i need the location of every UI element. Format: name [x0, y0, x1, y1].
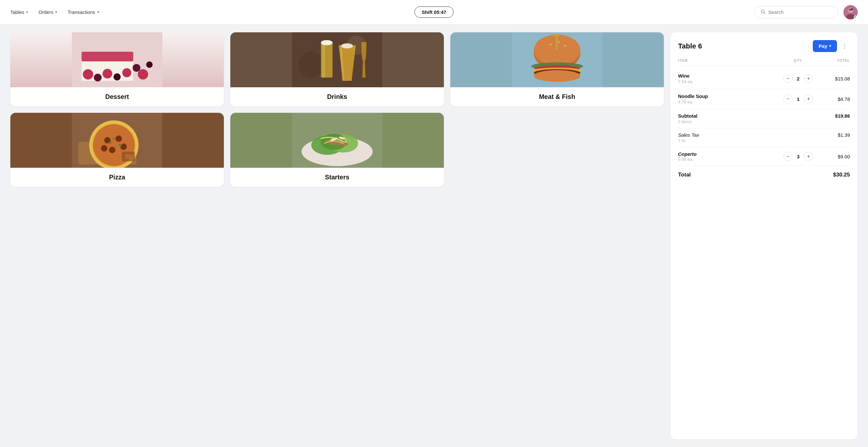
- svg-point-6: [851, 8, 853, 10]
- svg-point-46: [101, 145, 107, 152]
- svg-point-13: [114, 73, 121, 81]
- coperto-label: Coperto: [678, 151, 779, 157]
- col-item-header: ITEM: [678, 59, 779, 62]
- subtotal-amount: $19.86: [817, 113, 850, 119]
- svg-point-20: [299, 52, 324, 78]
- pay-button-label: Pay: [818, 43, 827, 49]
- nav-transactions[interactable]: Transactions ▾: [67, 9, 99, 15]
- noodle-item-info: Noodle Soup 4.78 ea.: [678, 93, 779, 105]
- noodle-item-name: Noodle Soup: [678, 93, 779, 99]
- order-column-headers: ITEM QTY. TOTAL: [678, 59, 850, 66]
- category-card-pizza[interactable]: Pizza: [10, 113, 224, 187]
- pay-button-chevron: ▾: [829, 44, 831, 48]
- subtotal-label: Subtotal: [678, 113, 779, 119]
- svg-point-12: [103, 69, 113, 79]
- subtotal-info: Subtotal 3 items: [678, 113, 779, 124]
- more-options-button[interactable]: ⋮: [840, 41, 850, 51]
- pay-button[interactable]: Pay ▾: [813, 40, 837, 52]
- drinks-label: Drinks: [230, 87, 444, 106]
- nav-transactions-chevron: ▾: [97, 10, 99, 14]
- avatar[interactable]: [843, 5, 858, 20]
- svg-rect-52: [125, 154, 132, 159]
- svg-point-43: [116, 136, 122, 142]
- svg-rect-9: [82, 52, 133, 61]
- svg-point-45: [109, 147, 116, 153]
- nav-tables-label: Tables: [10, 9, 24, 15]
- nav-tables-chevron: ▾: [26, 10, 28, 14]
- col-qty-header: QTY.: [779, 59, 817, 62]
- sales-tax-label: Sales Tax: [678, 132, 779, 138]
- svg-point-5: [849, 9, 851, 11]
- search-bar[interactable]: [754, 6, 838, 19]
- coperto-price-ea: 3.00 ea.: [678, 157, 779, 161]
- noodle-item-price: 4.78 ea.: [678, 99, 779, 105]
- wine-item-name: Wine: [678, 73, 779, 79]
- sales-tax-pct: 7 %: [678, 138, 779, 143]
- sales-tax-row: Sales Tax 7 % $1.39: [678, 128, 850, 147]
- svg-point-49: [113, 138, 116, 140]
- table-title: Table 6: [678, 42, 702, 51]
- categories-grid: Dessert: [10, 32, 664, 439]
- nav-orders-chevron: ▾: [55, 10, 57, 14]
- category-card-meat-fish[interactable]: Meat & Fish: [450, 32, 664, 106]
- noodle-qty-decrease[interactable]: −: [783, 94, 793, 103]
- coperto-qty-increase[interactable]: +: [804, 152, 813, 161]
- wine-qty-control: − 2 +: [779, 74, 817, 83]
- drinks-image: [230, 32, 444, 87]
- category-card-drinks[interactable]: Drinks: [230, 32, 444, 106]
- header-center: Shift 05:47: [293, 6, 575, 18]
- coperto-qty-value: 3: [796, 154, 801, 159]
- coperto-qty-decrease[interactable]: −: [783, 152, 793, 161]
- svg-point-16: [138, 69, 148, 80]
- dessert-label: Dessert: [10, 87, 224, 106]
- svg-point-37: [534, 70, 581, 82]
- main-nav: Tables ▾ Orders ▾ Transactions ▾: [10, 9, 293, 15]
- nav-orders[interactable]: Orders ▾: [38, 9, 57, 15]
- svg-point-10: [83, 69, 93, 80]
- svg-line-1: [764, 12, 765, 14]
- col-total-header: TOTAL: [817, 59, 850, 62]
- search-input[interactable]: [768, 9, 832, 15]
- wine-qty-decrease[interactable]: −: [783, 74, 793, 83]
- order-header-actions: Pay ▾ ⋮: [813, 40, 850, 52]
- pizza-label: Pizza: [10, 168, 224, 187]
- svg-point-17: [146, 61, 153, 68]
- svg-point-23: [321, 40, 333, 45]
- svg-point-14: [122, 68, 131, 77]
- noodle-qty-increase[interactable]: +: [804, 94, 813, 103]
- nav-transactions-label: Transactions: [67, 9, 95, 15]
- svg-point-24: [341, 43, 353, 49]
- noodle-item-total: $4.78: [817, 96, 850, 102]
- header: Tables ▾ Orders ▾ Transactions ▾ Shift 0…: [0, 0, 868, 25]
- svg-point-47: [108, 142, 112, 144]
- subtotal-items: 3 items: [678, 119, 779, 124]
- category-card-starters[interactable]: Starters: [230, 113, 444, 187]
- sales-tax-amount: $1.39: [817, 132, 850, 138]
- total-row: Total $30.25: [678, 166, 850, 180]
- starters-image: [230, 113, 444, 168]
- order-panel: Table 6 Pay ▾ ⋮ ITEM QTY. TOTAL Wine 7.5…: [670, 32, 858, 439]
- nav-tables[interactable]: Tables ▾: [10, 9, 28, 15]
- coperto-total: $9.00: [817, 154, 850, 159]
- coperto-qty-control: − 3 +: [779, 152, 817, 161]
- subtotal-row: Subtotal 3 items $19.86: [678, 109, 850, 128]
- wine-item-info: Wine 7.54 ea.: [678, 73, 779, 84]
- meat-fish-label: Meat & Fish: [450, 87, 664, 106]
- svg-rect-32: [553, 34, 560, 36]
- wine-qty-value: 2: [796, 76, 801, 82]
- nav-orders-label: Orders: [38, 9, 53, 15]
- avatar-online-indicator: [854, 16, 857, 19]
- order-header: Table 6 Pay ▾ ⋮: [678, 40, 850, 52]
- noodle-qty-value: 1: [796, 96, 801, 102]
- total-label: Total: [678, 172, 779, 178]
- noodle-qty-control: − 1 +: [779, 94, 817, 103]
- shift-badge: Shift 05:47: [414, 6, 454, 18]
- wine-qty-increase[interactable]: +: [804, 74, 813, 83]
- main-content: Dessert: [0, 25, 868, 447]
- category-card-dessert[interactable]: Dessert: [10, 32, 224, 106]
- svg-rect-22: [322, 42, 325, 78]
- order-item-row-wine: Wine 7.54 ea. − 2 + $15.08: [678, 68, 850, 89]
- sales-tax-info: Sales Tax 7 %: [678, 132, 779, 143]
- svg-point-11: [94, 74, 102, 82]
- pizza-image: [10, 113, 224, 168]
